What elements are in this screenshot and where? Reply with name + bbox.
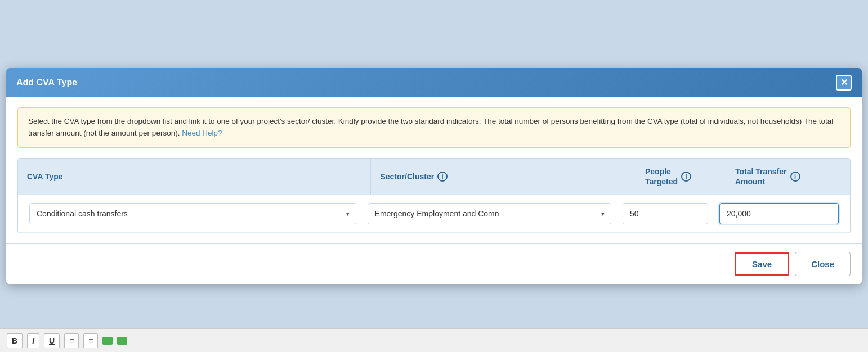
th-cva-type-label: CVA Type: [27, 172, 63, 182]
transfer-cell: [717, 203, 841, 224]
transfer-amount-input[interactable]: [719, 203, 839, 224]
sector-select[interactable]: Emergency Employment and Comn: [368, 203, 611, 224]
indent-button[interactable]: ≡: [83, 333, 98, 348]
people-targeted-input[interactable]: [623, 203, 708, 224]
people-cell: [620, 203, 710, 224]
th-cva-type: CVA Type: [18, 159, 371, 195]
modal-body: Select the CVA type from the dropdown li…: [6, 97, 862, 243]
people-info-icon[interactable]: i: [681, 172, 691, 182]
transfer-info-icon[interactable]: i: [790, 172, 800, 182]
close-x-button[interactable]: ✕: [836, 75, 852, 91]
cva-table: CVA Type Sector/Cluster i PeopleTargeted…: [17, 158, 851, 233]
cva-type-cell: Conditional cash transfers: [27, 203, 359, 224]
need-help-link[interactable]: Need Help?: [182, 129, 222, 137]
th-people-label: PeopleTargeted: [645, 166, 678, 187]
th-people-targeted: PeopleTargeted i: [636, 159, 726, 195]
table-row: Conditional cash transfers Emergency Emp…: [18, 195, 850, 233]
cva-type-select-wrapper: Conditional cash transfers: [29, 203, 356, 224]
modal-footer: Save Close: [6, 243, 862, 284]
bottom-toolbar: B I U ≡ ≡: [0, 328, 868, 352]
table-header: CVA Type Sector/Cluster i PeopleTargeted…: [18, 159, 850, 195]
bold-button[interactable]: B: [7, 333, 23, 348]
modal-overlay: Add CVA Type ✕ Select the CVA type from …: [0, 0, 868, 352]
modal-header: Add CVA Type ✕: [6, 68, 862, 97]
th-sector-label: Sector/Cluster: [380, 172, 434, 182]
save-button[interactable]: Save: [735, 252, 789, 276]
th-sector-cluster: Sector/Cluster i: [371, 159, 636, 195]
sector-info-icon[interactable]: i: [437, 172, 448, 182]
th-transfer-label: Total TransferAmount: [735, 166, 787, 187]
toolbar-icon-2: [117, 337, 127, 345]
sector-cell: Emergency Employment and Comn: [365, 203, 614, 224]
toolbar-icon-1: [102, 337, 113, 345]
info-banner-text: Select the CVA type from the dropdown li…: [28, 117, 833, 137]
sector-select-wrapper: Emergency Employment and Comn: [368, 203, 611, 224]
th-total-transfer: Total TransferAmount i: [726, 159, 850, 195]
cva-type-select[interactable]: Conditional cash transfers: [29, 203, 356, 224]
underline-button[interactable]: U: [44, 333, 60, 348]
list-button[interactable]: ≡: [64, 333, 79, 348]
info-banner: Select the CVA type from the dropdown li…: [17, 107, 851, 148]
close-button[interactable]: Close: [795, 252, 851, 276]
modal-dialog: Add CVA Type ✕ Select the CVA type from …: [6, 68, 862, 284]
modal-title: Add CVA Type: [16, 78, 77, 88]
italic-button[interactable]: I: [27, 333, 39, 348]
